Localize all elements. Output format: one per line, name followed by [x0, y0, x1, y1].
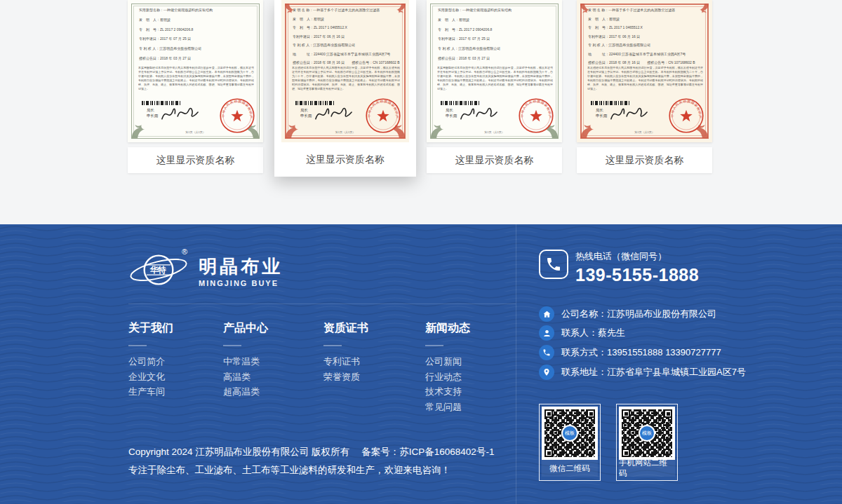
certificate-field: 发 明 名 称：一种基于多个子过滤单元的高温除尘过滤器: [588, 6, 703, 15]
nav-title-underline: [128, 345, 147, 346]
certificate-field: 授权公告日：2018 年 03 月 27 日: [139, 54, 254, 64]
qrcode-center-logo: 模板: [639, 425, 655, 442]
qrcode-image: 模板: [619, 407, 675, 460]
card-divider: [577, 142, 712, 147]
mobile-site-qrcode-card: 模板 手机网站二维码: [616, 404, 678, 481]
footer: 华特 ® 明晶布业 MINGJING BUYE 关于我们 公司简介 企业文化 生…: [0, 224, 842, 504]
certificate-field: 地 址：224400 江苏省盐城市阜宁县阜城镇工业园A区7号: [293, 50, 400, 59]
nav-link-tech-support[interactable]: 技术支持: [425, 384, 470, 400]
nav-link-corporate-culture[interactable]: 企业文化: [128, 369, 173, 385]
copyright-line-1: Copyright 2024 江苏明晶布业股份有限公司 版权所有 备案号：苏IC…: [128, 443, 494, 461]
page: 实用新型名称：一种储尘袋现场进料的安装结构 发 明 人：蔡明波 专 利 号：ZL…: [0, 0, 842, 504]
certificate-field: 实用新型名称：一种储尘袋现场进料的安装结构: [438, 6, 553, 15]
footer-nav-news: 新闻动态 公司新闻 行业动态 技术支持 常见问题: [425, 321, 470, 414]
nav-column-title: 新闻动态: [425, 321, 470, 336]
certificate-field: 专 利 权 人：江苏明晶布业股份有限公司: [438, 44, 553, 54]
official-seal-icon: 中华人民共和国国家知识产权局: [366, 98, 401, 133]
signature-icon: [159, 105, 200, 123]
certificate-caption: 这里显示资质名称: [128, 147, 263, 173]
certificate-caption: 这里显示资质名称: [427, 147, 562, 173]
certificate-field: 专 利 权 人：江苏明晶布业股份有限公司: [293, 41, 400, 50]
svg-text:华特: 华特: [149, 265, 166, 275]
certificate-paragraph: 本实用新型经过本局依照中华人民共和国专利法进行初步审查，决定授予专利权，颁发本证…: [138, 66, 254, 97]
hotline-block: 热线电话（微信同号） 139-5155-1888: [539, 250, 699, 285]
contact-address: 联系地址：江苏省阜宁县阜城镇工业园A区7号: [539, 365, 746, 380]
certificate-fields: 发 明 名 称：一种基于多个子过滤单元的高温除尘过滤器 发 明 人：蔡明波 专 …: [293, 6, 400, 67]
certificate-caption: 这里显示资质名称: [577, 147, 712, 173]
certificate-field: 发 明 人：蔡明波: [139, 15, 254, 25]
hotline-phone-icon: [539, 250, 568, 279]
certificate-card-1[interactable]: 实用新型名称：一种储尘袋现场进料的安装结构 发 明 人：蔡明波 专 利 号：ZL…: [128, 0, 263, 173]
certificate-field: 发 明 人：蔡明波: [438, 15, 553, 25]
certificate-field: 专 利 号：ZL 2017 1 0465512.X: [293, 23, 400, 32]
chief-signature-labels: 局长 申长雨: [596, 107, 608, 118]
official-seal-icon: 中华人民共和国国家知识产权局: [519, 98, 554, 133]
footer-nav-certificates: 资质证书 专利证书 荣誉资质: [323, 321, 368, 384]
certificate-fields: 发 明 名 称：一种基于多个子过滤单元的高温除尘过滤器 发 明 人：蔡明波 专 …: [588, 6, 703, 67]
qrcode-center-logo: 模板: [561, 425, 578, 442]
certificate-card-4[interactable]: 发 明 名 称：一种基于多个子过滤单元的高温除尘过滤器 发 明 人：蔡明波 专 …: [577, 0, 712, 173]
nav-column-title: 关于我们: [128, 321, 173, 336]
certificate-card-2[interactable]: 发 明 名 称：一种基于多个子过滤单元的高温除尘过滤器 发 明 人：蔡明波 专 …: [274, 0, 416, 177]
wechat-qrcode-card: 模板 微信二维码: [539, 404, 601, 481]
certificate-field: 专利申请日：2017 年 06 月 16 日: [293, 32, 400, 41]
patent-certificate: 发 明 名 称：一种基于多个子过滤单元的高温除尘过滤器 发 明 人：蔡明波 专 …: [577, 0, 712, 142]
footer-horizontal-divider: [128, 304, 516, 304]
nav-link-company-news[interactable]: 公司新闻: [425, 354, 470, 369]
patent-certificate: 实用新型名称：一种储尘袋现场进料的安装结构 发 明 人：蔡明波 专 利 号：ZL…: [128, 0, 263, 142]
card-divider: [427, 142, 562, 147]
nav-link-industry-news[interactable]: 行业动态: [425, 369, 470, 385]
card-divider: [128, 142, 263, 147]
nav-link-ultra-high-temp[interactable]: 超高温类: [223, 384, 268, 400]
footer-logo[interactable]: 华特 ® 明晶布业 MINGJING BUYE: [128, 249, 283, 294]
hotline-label: 热线电话（微信同号）: [575, 250, 699, 263]
official-seal-icon: 中华人民共和国国家知识产权局: [669, 98, 704, 133]
certificate-field: 专 利 号：ZL 2017 2 0904206.8: [438, 25, 553, 35]
signature-icon: [608, 105, 649, 123]
certificate-field: 专利申请日：2017 年 06 月 16 日: [588, 32, 703, 41]
qrcode-label: 手机网站二维码: [619, 460, 675, 477]
qrcode-image: 模板: [542, 407, 598, 460]
footer-vertical-divider: [516, 224, 516, 504]
nav-link-honor-qualifications[interactable]: 荣誉资质: [323, 369, 368, 385]
page-note: 第1页（共1页）: [427, 130, 562, 134]
nav-link-medium-temp[interactable]: 中常温类: [223, 354, 268, 369]
certificate-field: 专 利 权 人：江苏明晶布业股份有限公司: [139, 44, 254, 54]
company-brand-name: 明晶布业: [199, 256, 283, 277]
nav-link-company-profile[interactable]: 公司简介: [128, 354, 173, 369]
nav-link-production-workshop[interactable]: 生产车间: [128, 384, 173, 400]
signature-icon: [313, 105, 354, 123]
contact-phone-numbers: 联系方式：13951551888 13390727777: [539, 345, 721, 360]
qrcode-label: 微信二维码: [542, 460, 598, 477]
nav-link-patent-certificates[interactable]: 专利证书: [323, 354, 368, 369]
phone-icon: [539, 345, 554, 360]
contact-company-name: 公司名称：江苏明晶布业股份有限公司: [539, 306, 716, 322]
certificate-paragraph: 本发明经过本局依照中华人民共和国专利法进行审查，决定授予专利权，颁发发明专利证书…: [292, 66, 400, 97]
registered-trademark-symbol: ®: [182, 247, 187, 256]
nav-title-underline: [425, 345, 443, 346]
signature-icon: [458, 105, 499, 123]
nav-title-underline: [323, 345, 342, 346]
certificate-field: 专 利 权 人：江苏明晶布业股份有限公司: [588, 41, 703, 50]
chief-signature-labels: 局长 申长雨: [147, 107, 159, 118]
nav-link-faq[interactable]: 常见问题: [425, 400, 470, 415]
nav-link-high-temp[interactable]: 高温类: [223, 369, 268, 385]
certificate-field: 地 址：224400 江苏省盐城市阜宁县阜城镇工业园A区7号: [588, 50, 703, 59]
page-note: 第1页（共1页）: [128, 130, 263, 134]
certificate-fields: 实用新型名称：一种储尘袋现场进料的安装结构 发 明 人：蔡明波 专 利 号：ZL…: [438, 6, 553, 64]
certificate-paragraph: 本实用新型经过本局依照中华人民共和国专利法进行初步审查，决定授予专利权，颁发本证…: [437, 66, 553, 97]
footer-nav-about: 关于我们 公司简介 企业文化 生产车间: [128, 321, 173, 400]
copyright-line-2: 专注于除尘布、工业滤布、土工布等工业滤料的研发和生产，欢迎来电咨询！: [128, 461, 494, 479]
certificate-fields: 实用新型名称：一种储尘袋现场进料的安装结构 发 明 人：蔡明波 专 利 号：ZL…: [139, 6, 254, 64]
certificate-card-3[interactable]: 实用新型名称：一种储尘袋现场进料的安装结构 发 明 人：蔡明波 专 利 号：ZL…: [427, 0, 562, 173]
chief-signature-labels: 局长 申长雨: [300, 107, 312, 118]
certificate-field: 专利申请日：2017 年 07 月 25 日: [139, 34, 254, 44]
nav-column-title: 产品中心: [223, 321, 268, 336]
globe-logo-icon: 华特: [128, 249, 189, 291]
copyright: Copyright 2024 江苏明晶布业股份有限公司 版权所有 备案号：苏IC…: [128, 443, 494, 479]
certificate-paragraph: 本发明经过本局依照中华人民共和国专利法进行审查，决定授予专利权，颁发发明专利证书…: [587, 66, 703, 97]
hotline-number: 139-5155-1888: [575, 265, 699, 285]
certificate-field: 专利申请日：2017 年 07 月 25 日: [438, 34, 553, 44]
chief-signature-labels: 局长 申长雨: [446, 107, 457, 118]
certificate-field: 发 明 人：蔡明波: [293, 15, 400, 24]
